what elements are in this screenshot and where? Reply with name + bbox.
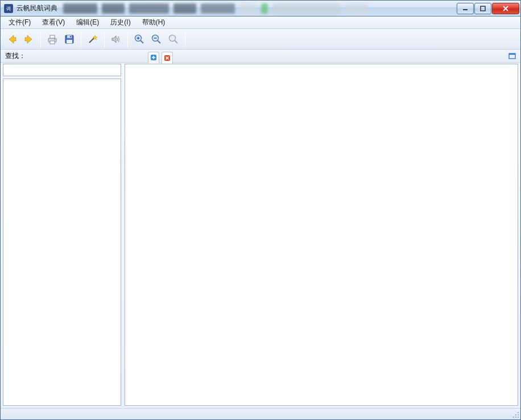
toolbar-separator: [40, 31, 41, 47]
arrow-left-icon: [6, 33, 18, 46]
close-icon: [164, 55, 171, 61]
print-button[interactable]: [44, 31, 60, 47]
menu-edit[interactable]: 编辑(E): [71, 17, 105, 28]
svg-line-14: [140, 40, 143, 43]
printer-icon: [46, 33, 59, 46]
close-tab-button[interactable]: [162, 52, 173, 64]
resize-grip-icon[interactable]: [511, 410, 519, 418]
svg-point-32: [518, 414, 519, 415]
window-title: 云帆民航词典: [16, 3, 57, 13]
menubar: 文件(F) 查看(V) 编辑(E) 历史(I) 帮助(H): [1, 17, 520, 29]
app-icon: 词: [4, 4, 13, 13]
menu-view[interactable]: 查看(V): [36, 17, 71, 28]
svg-point-30: [518, 412, 519, 413]
plus-icon: [150, 54, 157, 61]
svg-rect-11: [70, 36, 71, 38]
content-pane[interactable]: [125, 64, 518, 406]
save-button[interactable]: [61, 31, 77, 47]
forward-button[interactable]: [21, 31, 37, 47]
speaker-icon: [110, 33, 122, 46]
menu-help[interactable]: 帮助(H): [137, 17, 171, 28]
svg-point-34: [515, 417, 516, 418]
toolbar-separator: [104, 31, 105, 47]
svg-line-21: [175, 40, 177, 43]
tabbar: [148, 50, 173, 63]
background-tabs-blurred: [63, 3, 456, 14]
toolbar-separator: [185, 31, 185, 47]
svg-point-7: [54, 39, 55, 40]
menu-history[interactable]: 历史(I): [105, 17, 136, 28]
wand-button[interactable]: [85, 31, 101, 47]
statusbar: [1, 408, 520, 419]
sound-button[interactable]: [108, 31, 124, 47]
window-controls: [456, 3, 519, 14]
svg-rect-10: [67, 40, 72, 43]
search-label: 查找：: [1, 51, 28, 61]
svg-point-33: [513, 417, 514, 418]
window-icon: [508, 52, 517, 61]
svg-rect-5: [50, 35, 55, 38]
svg-rect-3: [481, 6, 485, 11]
minimize-button[interactable]: [457, 3, 474, 14]
titlebar: 词 云帆民航词典: [1, 1, 520, 17]
zoom-out-button[interactable]: [148, 31, 164, 47]
zoom-out-icon: [150, 33, 163, 46]
magnifier-icon: [167, 33, 180, 46]
svg-point-35: [518, 417, 519, 418]
svg-point-20: [169, 35, 176, 41]
toolbar: [1, 29, 520, 50]
svg-rect-2: [463, 9, 468, 10]
maximize-button[interactable]: [474, 3, 491, 14]
add-tab-button[interactable]: [148, 52, 159, 63]
zoom-in-button[interactable]: [131, 31, 147, 47]
svg-text:词: 词: [6, 6, 11, 11]
search-column: [3, 64, 121, 406]
toolbar-separator: [127, 31, 128, 47]
search-input[interactable]: [3, 64, 121, 76]
back-button[interactable]: [4, 31, 20, 47]
close-button[interactable]: [492, 3, 519, 14]
menu-file[interactable]: 文件(F): [3, 17, 36, 28]
detach-window-button[interactable]: [508, 52, 517, 61]
svg-rect-6: [50, 41, 55, 44]
svg-line-18: [158, 40, 160, 43]
search-and-tab-strip: 查找：: [1, 50, 520, 63]
zoom-in-icon: [133, 33, 146, 46]
floppy-disk-icon: [63, 33, 76, 46]
panes: [1, 63, 520, 408]
results-list[interactable]: [3, 79, 121, 406]
zoom-reset-button[interactable]: [166, 31, 181, 47]
toolbar-separator: [81, 31, 81, 47]
magic-wand-icon: [86, 33, 99, 46]
arrow-right-icon: [23, 33, 35, 46]
app-window: 词 云帆民航词典 文件(F) 查看(V): [0, 0, 521, 420]
client-area: 查找：: [1, 50, 520, 408]
svg-rect-29: [509, 53, 515, 55]
svg-point-31: [515, 414, 516, 415]
